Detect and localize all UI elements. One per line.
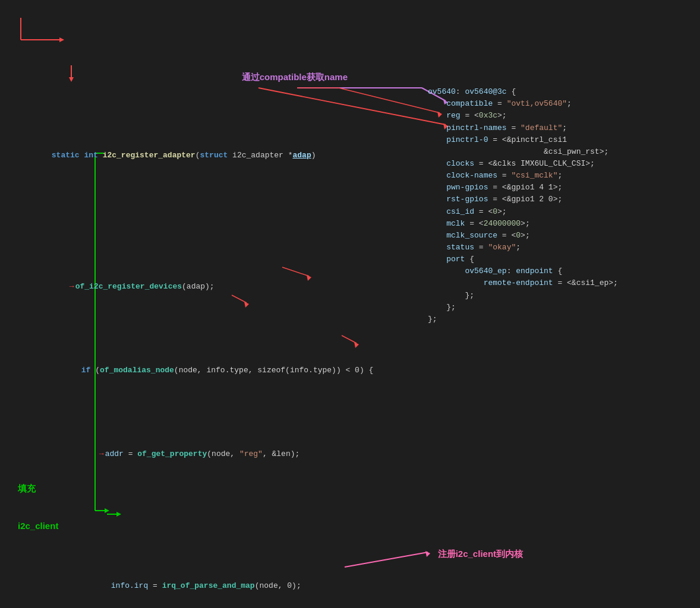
- code-line-5: →addr = of_get_property(node, "reg", &le…: [71, 436, 694, 472]
- svg-marker-2: [59, 37, 64, 42]
- code-line-4: if (of_modalias_node(node, info.type, si…: [53, 353, 694, 388]
- code-blank2: [24, 508, 694, 520]
- code-container: static int i2c_register_adapter(struct i…: [12, 6, 694, 608]
- compatible-label: 通过compatible获取name: [232, 56, 348, 98]
- svg-marker-4: [69, 77, 74, 82]
- right-code-block: ov5640: ov5640@3c { compatible = "ovti,o…: [428, 74, 618, 337]
- code-line-6: info.irq = irq_of_parse_and_map(node, 0)…: [83, 568, 694, 604]
- fill-i2c-client-label: 填充 i2c_client: [18, 457, 58, 557]
- register-label: 注册i2c_client到内核: [428, 533, 523, 575]
